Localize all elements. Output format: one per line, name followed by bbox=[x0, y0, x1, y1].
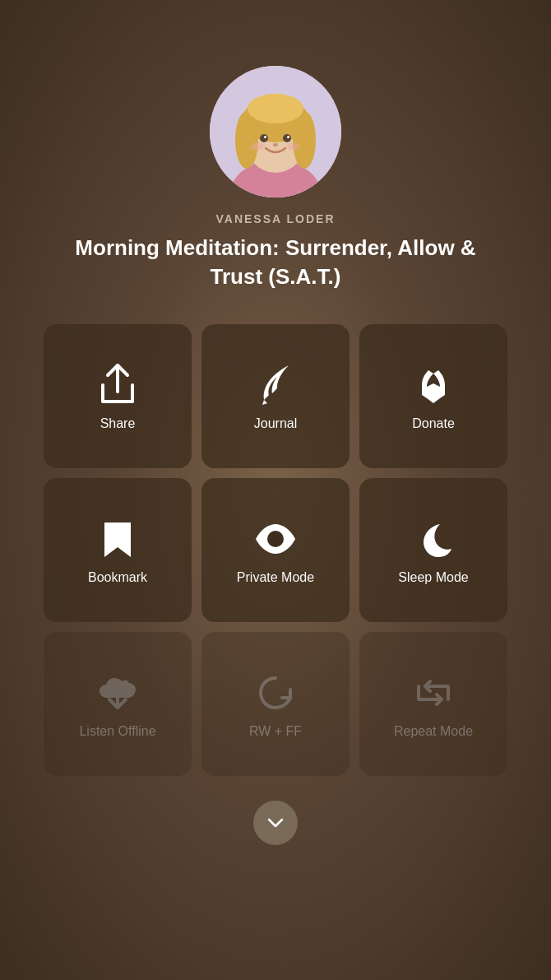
private-mode-label: Private Mode bbox=[237, 570, 314, 585]
svg-point-15 bbox=[251, 142, 264, 151]
sleep-mode-button[interactable]: Sleep Mode bbox=[359, 478, 507, 622]
svg-point-11 bbox=[283, 134, 291, 142]
listen-offline-button[interactable]: Listen Offline bbox=[44, 632, 192, 776]
svg-point-8 bbox=[293, 111, 316, 169]
rw-ff-button[interactable]: RW + FF bbox=[201, 632, 350, 776]
profile-section: VANESSA LODER Morning Meditation: Surren… bbox=[37, 66, 514, 291]
sleep-mode-label: Sleep Mode bbox=[398, 570, 468, 585]
repeat-mode-label: Repeat Mode bbox=[394, 724, 473, 739]
journal-button[interactable]: Journal bbox=[201, 324, 350, 468]
meditation-title: Morning Meditation: Surrender, Allow & T… bbox=[37, 234, 514, 291]
private-mode-button[interactable]: Private Mode bbox=[201, 478, 350, 622]
svg-point-7 bbox=[235, 111, 258, 169]
author-name: VANESSA LODER bbox=[215, 212, 335, 225]
svg-point-18 bbox=[271, 535, 280, 543]
collapse-button[interactable] bbox=[253, 801, 298, 845]
repeat-mode-button[interactable]: Repeat Mode bbox=[359, 632, 507, 776]
avatar bbox=[210, 66, 341, 197]
action-grid: Share Journal Donate Bookmark bbox=[44, 324, 507, 776]
svg-point-9 bbox=[248, 94, 303, 123]
svg-point-12 bbox=[264, 136, 266, 138]
svg-point-10 bbox=[260, 134, 268, 142]
share-label: Share bbox=[100, 416, 136, 431]
svg-point-14 bbox=[273, 143, 278, 146]
svg-point-16 bbox=[287, 142, 300, 151]
bookmark-button[interactable]: Bookmark bbox=[44, 478, 192, 622]
donate-button[interactable]: Donate bbox=[359, 324, 507, 468]
bookmark-label: Bookmark bbox=[88, 570, 147, 585]
rw-ff-label: RW + FF bbox=[249, 724, 302, 739]
listen-offline-label: Listen Offline bbox=[79, 724, 155, 739]
svg-point-13 bbox=[287, 136, 289, 138]
donate-label: Donate bbox=[412, 416, 455, 431]
share-button[interactable]: Share bbox=[44, 324, 192, 468]
journal-label: Journal bbox=[254, 416, 297, 431]
